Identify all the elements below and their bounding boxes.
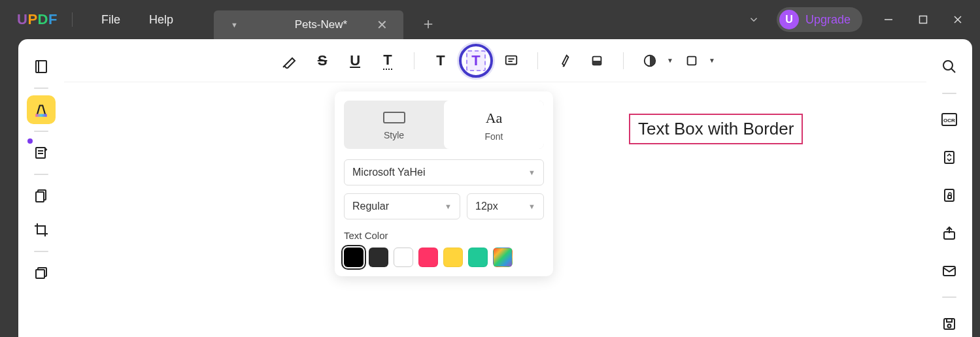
stamp-dropdown-icon[interactable]: ▼ [709, 57, 715, 64]
textbox-icon: T [466, 50, 485, 71]
menu-file[interactable]: File [87, 13, 135, 27]
strikethrough-tool[interactable]: S [308, 46, 337, 75]
text-icon: T [436, 52, 445, 69]
eraser-tool[interactable] [583, 46, 611, 75]
font-tab-label: Font [484, 131, 503, 142]
toolbar-separator [623, 52, 624, 69]
sidebar-separator [942, 93, 956, 94]
email-button[interactable] [935, 258, 964, 284]
font-family-select[interactable]: Microsoft YaHei ▼ [344, 159, 544, 185]
stamp-tool[interactable] [677, 46, 706, 75]
text-tool[interactable]: T [426, 46, 455, 75]
organize-tool[interactable] [27, 182, 56, 210]
tab-dropdown-icon[interactable]: ▼ [231, 21, 238, 29]
font-weight-select[interactable]: Regular ▼ [344, 193, 460, 219]
svg-text:OCR: OCR [943, 118, 955, 123]
annotation-toolbar: S U T T T [64, 39, 926, 82]
ocr-button[interactable]: OCR [935, 107, 964, 133]
svg-rect-27 [948, 195, 951, 199]
titlebar: UPDF File Help ▼ Pets-New* ✕ ＋ U Upgrade [0, 0, 980, 39]
chevron-down-icon: ▼ [528, 202, 535, 210]
underline-icon: U [350, 52, 360, 69]
toolbar-separator [537, 52, 538, 69]
logo-f: F [48, 11, 58, 27]
window-minimize-icon[interactable] [879, 10, 898, 29]
content-area: S U T T T [18, 39, 972, 337]
panel-tab-style[interactable]: Style [344, 101, 444, 149]
share-button[interactable] [935, 220, 964, 246]
app-logo: UPDF [17, 11, 58, 28]
svg-rect-1 [920, 16, 927, 24]
squiggly-icon: T [383, 52, 392, 70]
svg-rect-31 [947, 319, 952, 322]
pencil-tool[interactable] [550, 46, 579, 75]
textbox-properties-panel: Style Aa Font Microsoft YaHei ▼ Regular … [335, 91, 553, 276]
menu-help[interactable]: Help [135, 13, 188, 27]
tools-tool[interactable] [27, 259, 56, 287]
text-color-label: Text Color [344, 230, 544, 241]
panel-tab-font[interactable]: Aa Font [444, 101, 544, 149]
upgrade-label: Upgrade [805, 13, 851, 27]
chevron-down-icon: ▼ [445, 202, 452, 210]
color-swatches [344, 248, 544, 267]
document-tab[interactable]: ▼ Pets-New* ✕ [214, 10, 403, 39]
svg-rect-13 [506, 56, 517, 64]
new-tab-button[interactable]: ＋ [420, 13, 436, 34]
crop-tool[interactable] [27, 216, 56, 244]
font-family-value: Microsoft YaHei [352, 167, 425, 178]
window-menu-icon[interactable] [748, 14, 760, 25]
font-size-value: 12px [475, 201, 498, 212]
color-swatch-yellow[interactable] [443, 248, 463, 267]
sidebar-right: OCR [926, 39, 972, 337]
textbox-tool[interactable]: T [459, 44, 493, 78]
upgrade-button[interactable]: U Upgrade [777, 7, 862, 32]
panel-tabs: Style Aa Font [344, 101, 544, 149]
logo-u: U [17, 11, 27, 27]
font-tab-icon: Aa [444, 110, 544, 127]
highlighter-tool[interactable] [275, 46, 304, 75]
comment-tool[interactable] [27, 95, 56, 124]
chevron-down-icon: ▼ [528, 168, 535, 176]
svg-rect-25 [945, 152, 954, 163]
svg-rect-10 [36, 192, 44, 202]
save-button[interactable] [935, 311, 964, 337]
divider [72, 12, 73, 27]
user-avatar: U [779, 10, 799, 29]
logo-p: P [27, 11, 37, 27]
text-box-annotation[interactable]: Text Box with Border [629, 114, 803, 144]
color-swatch-white[interactable] [394, 248, 413, 267]
sidebar-separator [34, 88, 48, 89]
titlebar-right: U Upgrade [748, 7, 967, 32]
svg-rect-17 [593, 61, 601, 65]
window-close-icon[interactable] [949, 10, 967, 29]
sidebar-separator [942, 297, 956, 298]
search-button[interactable] [935, 54, 964, 80]
shape-tool[interactable] [635, 46, 664, 75]
tab-title: Pets-New* [271, 18, 371, 31]
reader-tool[interactable] [27, 52, 56, 81]
canvas: S U T T T [64, 39, 926, 337]
sidebar-separator [34, 174, 48, 175]
convert-button[interactable] [935, 144, 964, 170]
color-swatch-black[interactable] [344, 248, 363, 267]
note-tool[interactable] [497, 46, 526, 75]
tab-close-icon[interactable]: ✕ [371, 16, 393, 34]
color-swatch-custom[interactable] [493, 248, 513, 267]
svg-rect-4 [36, 61, 46, 72]
shape-dropdown-icon[interactable]: ▼ [667, 57, 673, 64]
color-swatch-teal[interactable] [468, 248, 488, 267]
color-swatch-pink[interactable] [418, 248, 438, 267]
window-maximize-icon[interactable] [915, 11, 932, 28]
font-size-select[interactable]: 12px ▼ [467, 193, 544, 219]
underline-tool[interactable]: U [341, 46, 369, 75]
protect-button[interactable] [935, 182, 964, 208]
svg-rect-5 [35, 114, 46, 117]
svg-point-21 [943, 61, 953, 70]
color-swatch-dark[interactable] [369, 248, 388, 267]
squiggly-tool[interactable]: T [373, 46, 402, 75]
style-tab-icon [344, 110, 444, 125]
logo-d: D [38, 11, 48, 27]
font-weight-value: Regular [352, 201, 389, 212]
svg-point-32 [948, 325, 951, 328]
sidebar-separator [34, 251, 48, 252]
